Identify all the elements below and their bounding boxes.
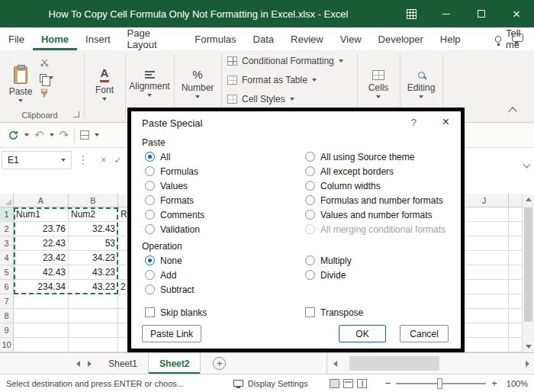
select-all-corner[interactable] [0, 194, 14, 207]
row-header-10[interactable]: 10 [0, 338, 14, 352]
row-header-6[interactable]: 6 [0, 280, 14, 294]
name-box[interactable]: E1 [2, 151, 72, 169]
chevron-down-icon[interactable] [50, 133, 54, 137]
chevron-down-icon[interactable] [95, 133, 99, 137]
undo-icon[interactable]: ↶ [34, 130, 44, 141]
cell-j3[interactable] [460, 236, 509, 251]
chevron-down-icon[interactable] [24, 133, 29, 137]
tab-file[interactable]: File [0, 27, 33, 50]
cell-j5[interactable] [460, 265, 509, 280]
cell-a2[interactable]: 23.76 [14, 222, 69, 236]
paste-button[interactable]: Paste [5, 53, 37, 114]
normal-view-icon[interactable] [330, 379, 339, 388]
cell-k9[interactable] [509, 323, 522, 338]
cell-b4[interactable]: 34.23 [69, 251, 118, 265]
cell-b8[interactable] [69, 309, 118, 323]
sheet-nav-left-icon[interactable] [76, 361, 80, 367]
radio-comments[interactable]: Comments [145, 209, 204, 220]
radio-all-using-source-theme[interactable]: All using Source theme [305, 151, 414, 162]
radio-multiply[interactable]: Multiply [305, 255, 352, 266]
column-header-b[interactable]: B [69, 194, 118, 207]
tab-insert[interactable]: Insert [77, 27, 119, 50]
paste-link-button[interactable]: Paste Link [142, 325, 201, 342]
ok-button[interactable]: OK [339, 325, 386, 342]
radio-values[interactable]: Values [145, 180, 188, 191]
conditional-formatting-button[interactable]: Conditional Formatting [227, 55, 343, 67]
cell-j2[interactable] [460, 222, 509, 236]
row-header-5[interactable]: 5 [0, 265, 14, 280]
cell-j1[interactable] [460, 207, 509, 222]
radio-all-except-borders[interactable]: All except borders [305, 165, 394, 177]
minimize-button[interactable] [429, 0, 464, 27]
number-group-button[interactable]: % Number [174, 53, 221, 114]
row-header-1[interactable]: 1 [0, 207, 14, 222]
cell-b3[interactable]: 53 [69, 236, 118, 251]
radio-validation[interactable]: Validation [145, 223, 200, 235]
cell-j6[interactable] [460, 280, 509, 294]
cell-b9[interactable] [69, 323, 118, 338]
add-sheet-button[interactable]: + [213, 357, 226, 370]
tab-formulas[interactable]: Formulas [186, 27, 244, 50]
cell-k5[interactable] [509, 265, 522, 280]
cell-a8[interactable] [14, 309, 69, 323]
tab-developer[interactable]: Developer [370, 27, 432, 50]
column-header-partial[interactable] [509, 194, 522, 207]
row-header-3[interactable]: 3 [0, 236, 14, 251]
zoom-out-button[interactable]: − [385, 378, 391, 389]
collapse-ribbon-icon[interactable] [508, 107, 516, 115]
cell-a7[interactable] [14, 294, 69, 309]
sheet-nav-right-icon[interactable] [88, 361, 92, 367]
cell-j10[interactable] [460, 338, 509, 352]
format-painter-button[interactable] [40, 88, 53, 98]
radio-divide[interactable]: Divide [305, 269, 346, 281]
dialog-close-icon[interactable]: × [442, 115, 449, 129]
cell-k4[interactable] [509, 251, 522, 265]
tab-view[interactable]: View [332, 27, 370, 50]
scroll-up-icon[interactable] [526, 198, 532, 201]
radio-column-widths[interactable]: Column widths [305, 180, 381, 191]
cell-j8[interactable] [460, 309, 509, 323]
radio-formulas-number-formats[interactable]: Formulas and number formats [305, 194, 443, 206]
cell-b6[interactable]: 43.23 [69, 280, 118, 294]
checkbox-transpose[interactable]: Transpose [305, 307, 363, 318]
row-header-8[interactable]: 8 [0, 309, 14, 323]
radio-values-number-formats[interactable]: Values and number formats [305, 209, 433, 220]
cells-group-button[interactable]: Cells [357, 53, 400, 114]
page-break-preview-icon[interactable] [357, 379, 367, 388]
zoom-in-button[interactable]: + [491, 378, 497, 389]
vertical-scroll-thumb[interactable] [524, 207, 532, 322]
radio-formulas[interactable]: Formulas [145, 165, 198, 177]
cell-j9[interactable] [460, 323, 509, 338]
cell-styles-button[interactable]: Cell Styles [227, 93, 343, 105]
cell-b10[interactable] [69, 338, 118, 352]
drag-handle-icon[interactable] [82, 156, 84, 157]
sheet-tab-sheet1[interactable]: Sheet1 [98, 353, 148, 374]
page-layout-view-icon[interactable] [343, 379, 353, 388]
horizontal-scroll-thumb[interactable] [349, 356, 439, 371]
radio-subtract[interactable]: Subtract [145, 284, 195, 295]
column-header-a[interactable]: A [14, 194, 69, 207]
cell-b7[interactable] [69, 294, 118, 309]
cell-k10[interactable] [509, 338, 522, 352]
tab-review[interactable]: Review [282, 27, 332, 50]
sync-icon[interactable] [8, 130, 19, 141]
cell-b2[interactable]: 32.43 [69, 222, 118, 236]
radio-none[interactable]: None [145, 255, 182, 266]
radio-all[interactable]: All [145, 151, 170, 162]
cut-button[interactable] [40, 57, 53, 68]
cell-k1[interactable] [509, 207, 522, 222]
sheet-tab-sheet2[interactable]: Sheet2 [148, 353, 201, 374]
feedback-icon[interactable] [512, 34, 523, 42]
zoom-percentage[interactable]: 100% [507, 379, 528, 388]
cell-a10[interactable] [14, 338, 69, 352]
row-header-9[interactable]: 9 [0, 323, 14, 338]
clipboard-dialog-launcher-icon[interactable] [73, 111, 79, 117]
enter-icon[interactable]: ✓ [114, 155, 122, 165]
scroll-left-icon[interactable] [333, 361, 337, 367]
cancel-icon[interactable]: × [101, 154, 107, 165]
horizontal-scrollbar[interactable] [327, 353, 534, 374]
maximize-button[interactable] [464, 0, 499, 27]
cell-a1[interactable]: Num1 [14, 207, 69, 222]
cell-b5[interactable]: 43.23 [69, 265, 118, 280]
tab-page-layout[interactable]: Page Layout [119, 27, 187, 50]
